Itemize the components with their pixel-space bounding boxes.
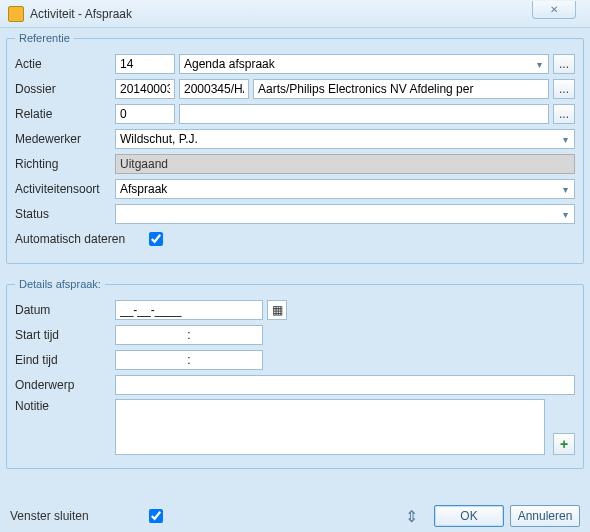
ellipsis-icon: ... [559, 82, 569, 96]
medewerker-label: Medewerker [15, 132, 115, 146]
ok-button[interactable]: OK [434, 505, 504, 527]
start-tijd-input[interactable] [115, 325, 263, 345]
status-label: Status [15, 207, 115, 221]
close-button[interactable]: ✕ [532, 1, 576, 19]
cancel-button[interactable]: Annuleren [510, 505, 580, 527]
actie-label: Actie [15, 57, 115, 71]
venster-sluiten-label: Venster sluiten [10, 509, 89, 523]
autodate-checkbox[interactable] [149, 232, 163, 246]
datum-input[interactable] [115, 300, 263, 320]
ellipsis-icon: ... [559, 107, 569, 121]
relatie-code-input[interactable] [115, 104, 175, 124]
referentie-legend: Referentie [15, 32, 74, 44]
onderwerp-input[interactable] [115, 375, 575, 395]
close-icon: ✕ [550, 4, 558, 15]
autodate-label: Automatisch dateren [15, 232, 145, 246]
dossier-lookup-button[interactable]: ... [553, 79, 575, 99]
actie-lookup-button[interactable]: ... [553, 54, 575, 74]
notitie-add-button[interactable]: + [553, 433, 575, 455]
actie-code-input[interactable] [115, 54, 175, 74]
app-icon [8, 6, 24, 22]
actie-desc-select[interactable] [179, 54, 549, 74]
titlebar: Activiteit - Afspraak ✕ [0, 0, 590, 28]
window-title: Activiteit - Afspraak [30, 7, 132, 21]
dossier-desc-input[interactable] [253, 79, 549, 99]
referentie-group: Referentie Actie ▾ ... Dossier ... [6, 32, 584, 264]
relatie-label: Relatie [15, 107, 115, 121]
details-legend: Details afspraak: [15, 278, 105, 290]
plus-icon: + [560, 437, 568, 451]
calendar-icon: ▦ [272, 304, 283, 316]
richting-value: Uitgaand [115, 154, 575, 174]
resize-vertical-icon[interactable]: ⇕ [405, 507, 418, 526]
dossier-jaar-input[interactable] [115, 79, 175, 99]
ellipsis-icon: ... [559, 57, 569, 71]
dossier-label: Dossier [15, 82, 115, 96]
start-label: Start tijd [15, 328, 115, 342]
notitie-textarea[interactable] [115, 399, 545, 455]
datum-picker-button[interactable]: ▦ [267, 300, 287, 320]
bottom-bar: Venster sluiten ⇕ OK Annuleren [0, 500, 590, 532]
relatie-lookup-button[interactable]: ... [553, 104, 575, 124]
onderwerp-label: Onderwerp [15, 378, 115, 392]
eind-tijd-input[interactable] [115, 350, 263, 370]
venster-sluiten-checkbox[interactable] [149, 509, 163, 523]
datum-label: Datum [15, 303, 115, 317]
soort-label: Activiteitensoort [15, 182, 115, 196]
details-group: Details afspraak: Datum ▦ Start tijd Ein… [6, 278, 584, 469]
relatie-desc-input[interactable] [179, 104, 549, 124]
medewerker-select[interactable] [115, 129, 575, 149]
notitie-label: Notitie [15, 399, 115, 413]
status-select[interactable] [115, 204, 575, 224]
soort-select[interactable] [115, 179, 575, 199]
eind-label: Eind tijd [15, 353, 115, 367]
richting-label: Richting [15, 157, 115, 171]
dossier-nr-input[interactable] [179, 79, 249, 99]
